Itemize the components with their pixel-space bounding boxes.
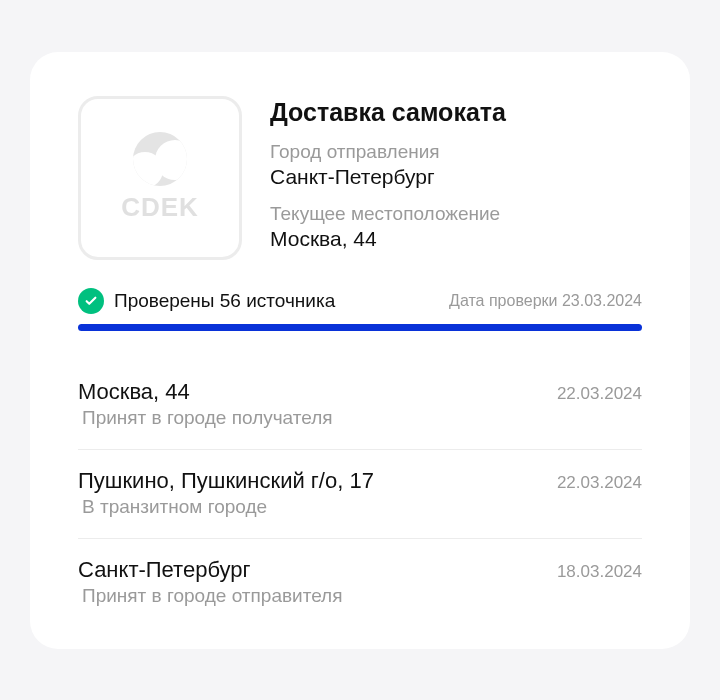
event-status: В транзитном городе xyxy=(78,496,642,518)
event-location: Санкт-Петербург xyxy=(78,557,251,583)
cdek-arrow-icon xyxy=(133,132,187,186)
event-item: Москва, 44 22.03.2024 Принят в городе по… xyxy=(78,361,642,450)
event-list: Москва, 44 22.03.2024 Принят в городе по… xyxy=(78,361,642,613)
verification-status-row: Проверены 56 источника Дата проверки 23.… xyxy=(78,288,642,314)
carrier-logo-box: CDEK xyxy=(78,96,242,260)
event-status: Принят в городе получателя xyxy=(78,407,642,429)
verification-status-text: Проверены 56 источника xyxy=(114,290,335,312)
shipment-title: Доставка самоката xyxy=(270,98,506,127)
carrier-logo: CDEK xyxy=(121,132,199,223)
origin-value: Санкт-Петербург xyxy=(270,165,506,189)
verification-date: Дата проверки 23.03.2024 xyxy=(449,292,642,310)
carrier-brand-text: CDEK xyxy=(121,192,199,223)
origin-label: Город отправления xyxy=(270,141,506,163)
event-status: Принят в городе отправителя xyxy=(78,585,642,607)
origin-field: Город отправления Санкт-Петербург xyxy=(270,141,506,189)
event-date: 18.03.2024 xyxy=(557,562,642,582)
tracking-card: CDEK Доставка самоката Город отправления… xyxy=(30,52,690,649)
event-item: Санкт-Петербург 18.03.2024 Принят в горо… xyxy=(78,539,642,613)
event-date: 22.03.2024 xyxy=(557,473,642,493)
header-info: Доставка самоката Город отправления Санк… xyxy=(270,96,506,260)
event-location: Москва, 44 xyxy=(78,379,190,405)
event-item: Пушкино, Пушкинский г/о, 17 22.03.2024 В… xyxy=(78,450,642,539)
current-location-field: Текущее местоположение Москва, 44 xyxy=(270,203,506,251)
progress-bar xyxy=(78,324,642,331)
current-location-value: Москва, 44 xyxy=(270,227,506,251)
current-location-label: Текущее местоположение xyxy=(270,203,506,225)
event-location: Пушкино, Пушкинский г/о, 17 xyxy=(78,468,374,494)
check-icon xyxy=(78,288,104,314)
header: CDEK Доставка самоката Город отправления… xyxy=(78,96,642,260)
verification-status-left: Проверены 56 источника xyxy=(78,288,335,314)
event-date: 22.03.2024 xyxy=(557,384,642,404)
